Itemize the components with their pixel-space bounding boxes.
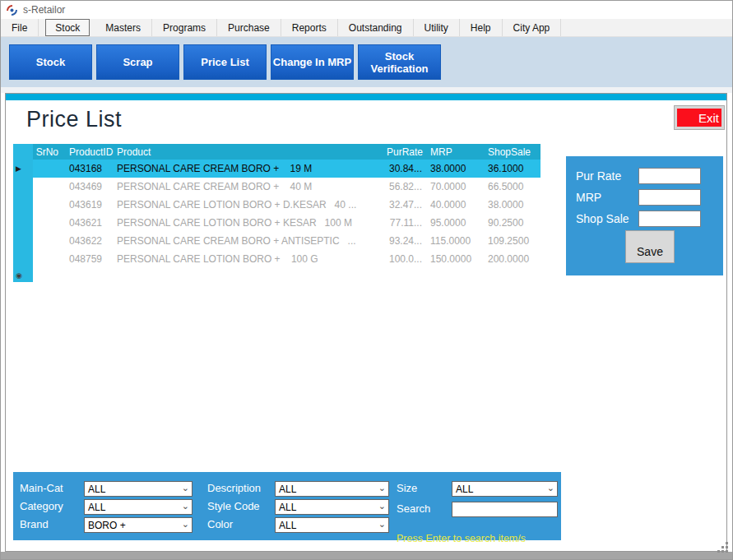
cell-purrate[interactable]: 77.11... bbox=[387, 217, 428, 229]
table-row[interactable]: 048759 PERSONAL CARE LOTION BORO + 100 G… bbox=[13, 250, 540, 268]
grid-header-shopsale[interactable]: ShopSale bbox=[484, 146, 540, 158]
grid-header-selector bbox=[13, 144, 33, 160]
cell-shopsale[interactable]: 66.5000 bbox=[484, 181, 540, 192]
price-grid[interactable]: SrNo ProductID Product PurRate MRP ShopS… bbox=[13, 144, 540, 282]
description-dropdown[interactable]: ALL ⌄ bbox=[275, 481, 389, 497]
cell-productid[interactable]: 043621 bbox=[67, 217, 114, 229]
cell-shopsale[interactable]: 109.2500 bbox=[484, 235, 540, 247]
form-accent-bar bbox=[6, 94, 726, 100]
cell-mrp[interactable]: 40.0000 bbox=[428, 199, 484, 211]
brand-label: Brand bbox=[20, 517, 49, 532]
cell-product[interactable]: PERSONAL CARE LOTION BORO + D.KESAR 40 .… bbox=[114, 199, 387, 211]
table-row[interactable]: ▶ 043168 PERSONAL CARE CREAM BORO + 19 M… bbox=[13, 160, 540, 178]
main-cat-label: Main-Cat bbox=[20, 481, 63, 496]
menu-item-programs[interactable]: Programs bbox=[152, 19, 217, 36]
cell-mrp[interactable]: 70.0000 bbox=[428, 181, 484, 192]
cell-shopsale[interactable]: 38.0000 bbox=[484, 199, 540, 211]
cell-product[interactable]: PERSONAL CARE CREAM BORO + 40 M bbox=[114, 181, 387, 192]
cell-productid[interactable]: 043469 bbox=[67, 181, 114, 192]
cell-product[interactable]: PERSONAL CARE LOTION BORO + KESAR 100 M bbox=[114, 217, 387, 229]
toolbar-button-change-in-mrp[interactable]: Change In MRP bbox=[271, 44, 354, 80]
grid-new-row[interactable]: ◉ bbox=[13, 268, 540, 282]
menu-item-outstanding[interactable]: Outstanding bbox=[338, 19, 414, 36]
grid-header-row: SrNo ProductID Product PurRate MRP ShopS… bbox=[13, 144, 540, 160]
menu-item-utility[interactable]: Utility bbox=[414, 19, 460, 36]
cell-mrp[interactable]: 38.0000 bbox=[428, 163, 484, 174]
row-selector-cell[interactable] bbox=[13, 178, 33, 196]
cell-shopsale[interactable]: 90.2500 bbox=[484, 217, 540, 229]
toolbar-button-price-list[interactable]: Price List bbox=[183, 44, 267, 80]
cell-purrate[interactable]: 30.84... bbox=[387, 163, 428, 174]
status-strip bbox=[1, 552, 732, 559]
cell-shopsale[interactable]: 200.0000 bbox=[484, 253, 540, 265]
cell-mrp[interactable]: 95.0000 bbox=[428, 217, 484, 229]
main-cat-dropdown[interactable]: ALL ⌄ bbox=[84, 481, 193, 497]
resize-grip[interactable] bbox=[717, 542, 728, 553]
row-selector-cell[interactable] bbox=[13, 250, 33, 268]
brand-value: BORO + bbox=[88, 520, 126, 531]
cell-mrp[interactable]: 150.0000 bbox=[428, 253, 484, 265]
cell-purrate[interactable]: 56.82... bbox=[387, 181, 428, 192]
brand-dropdown[interactable]: BORO + ⌄ bbox=[84, 517, 193, 533]
menu-item-help[interactable]: Help bbox=[460, 19, 503, 36]
search-label: Search bbox=[397, 502, 430, 516]
cell-product[interactable]: PERSONAL CARE CREAM BORO + 19 M bbox=[114, 163, 387, 174]
pur-rate-label: Pur Rate bbox=[576, 168, 621, 184]
grid-header-mrp[interactable]: MRP bbox=[428, 146, 484, 158]
cell-purrate[interactable]: 100.0... bbox=[387, 253, 428, 265]
app-icon bbox=[6, 4, 18, 16]
toolbar-button-stock[interactable]: Stock bbox=[9, 44, 92, 80]
grid-header-product[interactable]: Product bbox=[114, 146, 387, 158]
main-cat-value: ALL bbox=[88, 484, 105, 495]
menu-item-purchase[interactable]: Purchase bbox=[217, 19, 281, 36]
grid-header-srno[interactable]: SrNo bbox=[33, 146, 67, 158]
category-value: ALL bbox=[88, 502, 105, 513]
table-row[interactable]: 043622 PERSONAL CARE CREAM BORO + ANTISE… bbox=[13, 232, 540, 250]
color-dropdown[interactable]: ALL ⌄ bbox=[275, 517, 389, 533]
save-button[interactable]: Save bbox=[625, 230, 675, 263]
cell-product[interactable]: PERSONAL CARE LOTION BORO + 100 G bbox=[114, 253, 387, 265]
size-dropdown[interactable]: ALL ⌄ bbox=[452, 481, 558, 497]
toolbar-button-stock-verification[interactable]: Stock Verification bbox=[358, 44, 441, 80]
search-input[interactable] bbox=[452, 502, 558, 517]
cell-productid[interactable]: 048759 bbox=[67, 253, 114, 265]
grid-header-productid[interactable]: ProductID bbox=[67, 146, 114, 158]
cell-product[interactable]: PERSONAL CARE CREAM BORO + ANTISEPTIC ..… bbox=[114, 235, 387, 247]
price-edit-panel: Pur Rate MRP Shop Sale Save bbox=[566, 156, 723, 275]
menu-item-masters[interactable]: Masters bbox=[95, 19, 152, 36]
shop-sale-label: Shop Sale bbox=[576, 211, 629, 227]
toolbar-button-scrap[interactable]: Scrap bbox=[96, 44, 179, 80]
cell-mrp[interactable]: 115.0000 bbox=[428, 235, 484, 247]
table-row[interactable]: 043469 PERSONAL CARE CREAM BORO + 40 M 5… bbox=[13, 178, 540, 196]
cell-purrate[interactable]: 93.24... bbox=[387, 235, 428, 247]
row-selector-cell[interactable] bbox=[13, 232, 33, 250]
chevron-down-icon: ⌄ bbox=[182, 520, 189, 528]
cell-purrate[interactable]: 32.47... bbox=[387, 199, 428, 211]
style-code-dropdown[interactable]: ALL ⌄ bbox=[275, 499, 389, 515]
cell-productid[interactable]: 043622 bbox=[67, 235, 114, 247]
page-title: Price List bbox=[26, 107, 122, 132]
row-selector-cell[interactable]: ◉ bbox=[13, 268, 33, 282]
menu-item-stock[interactable]: Stock bbox=[45, 19, 90, 36]
cell-productid[interactable]: 043619 bbox=[67, 199, 114, 211]
category-dropdown[interactable]: ALL ⌄ bbox=[84, 499, 193, 515]
window-title: s-Retailor bbox=[23, 4, 65, 16]
cell-shopsale[interactable]: 36.1000 bbox=[484, 163, 540, 174]
pur-rate-input[interactable] bbox=[638, 168, 701, 184]
table-row[interactable]: 043619 PERSONAL CARE LOTION BORO + D.KES… bbox=[13, 196, 540, 214]
row-selector-cell[interactable] bbox=[13, 214, 33, 232]
menu-item-city-app[interactable]: City App bbox=[503, 19, 562, 36]
chevron-down-icon: ⌄ bbox=[182, 502, 189, 510]
exit-button[interactable]: Exit bbox=[675, 106, 724, 129]
mrp-input[interactable] bbox=[638, 189, 701, 206]
chevron-down-icon: ⌄ bbox=[547, 484, 554, 492]
menu-item-reports[interactable]: Reports bbox=[281, 19, 338, 36]
grid-header-purrate[interactable]: PurRate bbox=[387, 146, 428, 158]
shop-sale-input[interactable] bbox=[638, 211, 701, 227]
table-row[interactable]: 043621 PERSONAL CARE LOTION BORO + KESAR… bbox=[13, 214, 540, 232]
row-selector-cell[interactable] bbox=[13, 196, 33, 214]
row-selector-cell[interactable]: ▶ bbox=[13, 160, 33, 178]
app-window: s-Retailor File Stock Masters Programs P… bbox=[0, 0, 733, 560]
menu-item-file[interactable]: File bbox=[1, 19, 39, 36]
cell-productid[interactable]: 043168 bbox=[67, 163, 114, 174]
